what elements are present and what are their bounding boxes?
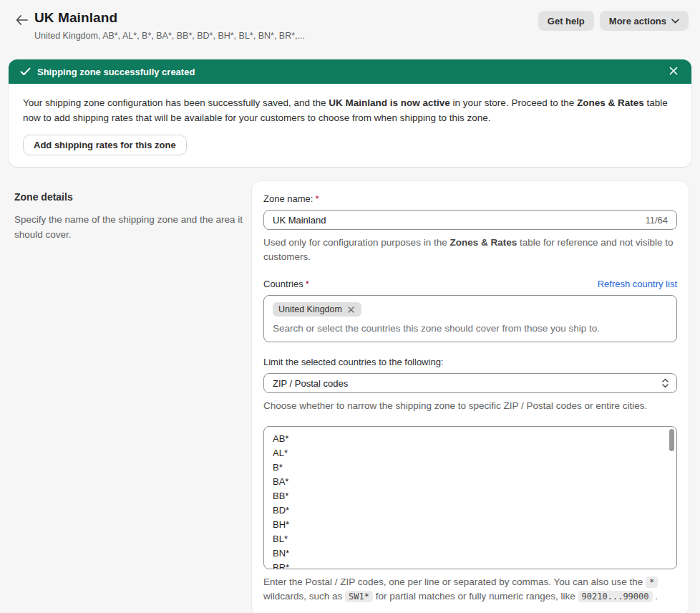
page-subtitle: United Kingdom, AB*, AL*, B*, BA*, BB*, … <box>34 31 305 41</box>
zone-details-card: Zone name:* UK Mainland 11/64 Used only … <box>252 181 689 613</box>
zone-name-label: Zone name:* <box>263 193 677 204</box>
required-asterisk: * <box>306 279 309 289</box>
countries-multiselect[interactable]: United Kingdom Search or select the coun… <box>263 295 677 342</box>
zone-name-helper-bold: Zones & Rates <box>449 237 517 248</box>
postal-codes-helper-part: wildcards, such as <box>263 591 345 602</box>
limit-select[interactable]: ZIP / Postal codes <box>263 373 677 393</box>
zone-details-description: Specify the name of the shipping zone an… <box>14 212 245 242</box>
banner-message-part: in your store. Proceed to the <box>450 97 577 108</box>
close-icon <box>669 67 678 77</box>
banner-message-bold: Zones & Rates <box>577 97 644 108</box>
banner-close-button[interactable] <box>666 64 681 79</box>
banner-message-bold: UK Mainland is now active <box>329 97 450 108</box>
refresh-country-list-link[interactable]: Refresh country list <box>598 279 677 289</box>
success-banner-header: Shipping zone successfully created <box>9 59 691 84</box>
zone-details-summary: Zone details Specify the name of the shi… <box>14 181 245 242</box>
get-help-label: Get help <box>548 16 585 26</box>
zone-name-helper-part: Used only for configuration purposes in … <box>263 237 449 248</box>
country-tag: United Kingdom <box>273 302 361 317</box>
get-help-button[interactable]: Get help <box>538 11 594 31</box>
postal-codes-textarea[interactable]: AB* AL* B* BA* BB* BD* BH* BL* BN* BR* <box>263 426 677 569</box>
remove-country-button[interactable] <box>347 305 356 314</box>
more-actions-label: More actions <box>609 16 666 26</box>
checkmark-icon <box>20 67 31 77</box>
textarea-scrollbar-thumb[interactable] <box>669 429 674 451</box>
arrow-left-icon <box>16 15 28 27</box>
zone-name-value: UK Mainland <box>273 215 645 226</box>
zone-details-heading: Zone details <box>14 191 245 203</box>
countries-label-row: Countries* Refresh country list <box>263 279 677 289</box>
postal-codes-helper-part: Enter the Postal / ZIP codes, one per li… <box>263 576 646 587</box>
postal-codes-helper-part: for partial matches or fully numeric ran… <box>376 591 578 602</box>
select-updown-icon <box>661 377 669 389</box>
zone-name-helper: Used only for configuration purposes in … <box>263 236 677 264</box>
countries-label-text: Countries <box>263 279 303 289</box>
countries-label: Countries* <box>263 279 309 289</box>
zone-name-input[interactable]: UK Mainland 11/64 <box>263 210 677 230</box>
countries-search-placeholder: Search or select the countries this zone… <box>273 323 668 334</box>
zone-name-char-counter: 11/64 <box>645 215 668 226</box>
required-asterisk: * <box>315 193 319 204</box>
page-header: UK Mainland United Kingdom, AB*, AL*, B*… <box>0 0 700 45</box>
success-banner-body: Your shipping zone configuration has bee… <box>9 84 691 167</box>
limit-label: Limit the selected countries to the foll… <box>263 357 677 367</box>
add-shipping-rates-button[interactable]: Add shipping rates for this zone <box>23 135 187 155</box>
content-area: Zone details Specify the name of the shi… <box>0 167 700 613</box>
header-actions: Get help More actions <box>538 10 689 31</box>
partial-match-code-chip: SW1* <box>345 591 373 602</box>
success-banner: Shipping zone successfully created Your … <box>9 59 691 167</box>
limit-select-value: ZIP / Postal codes <box>273 378 348 389</box>
limit-helper: Choose whether to narrow the shipping zo… <box>263 399 677 413</box>
country-tag-label: United Kingdom <box>278 304 342 314</box>
range-code-chip: 90210...99000 <box>578 591 653 602</box>
close-icon <box>348 304 354 315</box>
banner-title: Shipping zone successfully created <box>37 67 195 77</box>
back-button[interactable] <box>13 12 30 29</box>
banner-message-part: Your shipping zone configuration has bee… <box>23 97 329 108</box>
more-actions-button[interactable]: More actions <box>600 11 689 31</box>
zone-name-label-text: Zone name: <box>263 193 313 204</box>
page-title: UK Mainland <box>34 10 305 26</box>
postal-codes-helper-part: . <box>653 591 658 602</box>
chevron-down-icon <box>671 19 679 24</box>
wildcard-code-chip: * <box>646 576 658 588</box>
banner-message: Your shipping zone configuration has bee… <box>23 95 677 125</box>
postal-codes-helper: Enter the Postal / ZIP codes, one per li… <box>263 575 677 604</box>
postal-codes-text: AB* AL* B* BA* BB* BD* BH* BL* BN* BR* <box>273 432 665 569</box>
